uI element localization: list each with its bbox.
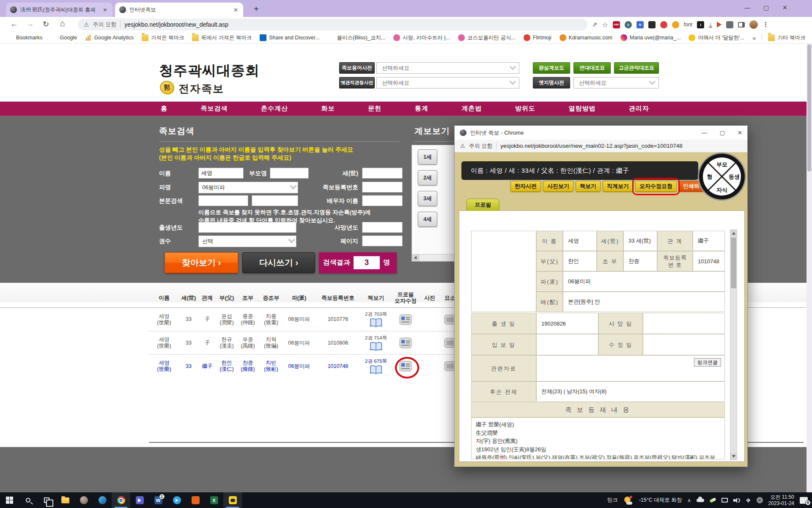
dropbox-icon[interactable]: ❖	[746, 497, 751, 504]
site-logo-title[interactable]: 전자족보	[178, 82, 224, 96]
profile-avatar[interactable]	[749, 20, 758, 29]
view-photo-button[interactable]: 사진보기	[543, 181, 573, 192]
pill-tray-icon[interactable]	[709, 497, 716, 503]
book-view-link[interactable]: 2권 703쪽	[361, 311, 391, 328]
scroll-left-icon[interactable]	[412, 254, 419, 261]
old-placename-dictionary-button[interactable]: 옛지명사전	[533, 77, 570, 88]
bookmarks-overflow-icon[interactable]: »	[752, 34, 756, 41]
popup-address-bar[interactable]: ⚠ 주의 요함 yesjokbo.net/jokboroot/user/new_…	[455, 140, 747, 152]
taskbar-search-button[interactable]	[19, 492, 37, 508]
telegram-button[interactable]	[167, 492, 186, 508]
s-extension-icon[interactable]: S	[625, 21, 632, 28]
bookmark-item[interactable]: Share and Discover...	[260, 34, 320, 41]
bookmark-item[interactable]: 야해서 더 '달달한'...	[689, 34, 744, 41]
nav-item[interactable]: 족보검색	[201, 105, 228, 113]
generation-button[interactable]: 1세	[418, 149, 437, 165]
file-explorer-button[interactable]	[56, 492, 74, 508]
jokbo-dictionary-button[interactable]: 족보용어사전	[339, 62, 375, 74]
popup-close-button[interactable]: ✕	[738, 130, 742, 136]
bookmark-item[interactable]: Google Analytics	[85, 34, 134, 41]
links-toolbar-label[interactable]: 링크	[607, 497, 618, 504]
popup-maximize-button[interactable]: ▢	[720, 130, 725, 136]
profile-edit-button[interactable]	[399, 337, 412, 348]
media-player-button[interactable]	[130, 492, 149, 508]
bookmark-item[interactable]: 블리스(Bliss)_코치...	[328, 34, 386, 41]
search-button[interactable]: 찾아보기 ›	[165, 252, 238, 273]
n-extension-icon[interactable]: N	[636, 21, 644, 28]
window-close-button[interactable]: ✕	[782, 4, 787, 11]
photos-button[interactable]	[186, 492, 205, 508]
side-panel-icon[interactable]	[738, 22, 745, 28]
url-text[interactable]: yesjokbo.net/jokboroot/new_default.asp	[124, 21, 228, 28]
red-extension-icon[interactable]	[660, 21, 667, 28]
nav-item[interactable]: 열람방법	[568, 105, 595, 113]
rank-comparison-button[interactable]: 고금관작대조표	[614, 62, 659, 74]
window-maximize-button[interactable]: ▢	[763, 4, 769, 11]
back-icon[interactable]: ←	[10, 19, 18, 28]
nav-item[interactable]: 통계	[415, 105, 428, 113]
book-icon[interactable]	[370, 318, 382, 328]
royal-genealogy-button[interactable]: 왕실계보도	[533, 62, 570, 74]
share-icon[interactable]: ⇗	[592, 21, 598, 28]
address-bar[interactable]: ⚠ 주의 요함 yesjokbo.net/jokboroot/new_defau…	[78, 19, 587, 30]
chrome-button[interactable]	[112, 492, 130, 508]
view-book-button[interactable]: 책보기	[576, 181, 601, 192]
era-comparison-button[interactable]: 연대대조표	[573, 62, 611, 74]
book-icon[interactable]	[370, 342, 382, 351]
font-extension-icon[interactable]: font	[684, 22, 692, 28]
volume-icon[interactable]	[733, 498, 740, 503]
bookmark-item[interactable]: Maria uve(@maria_...	[620, 34, 680, 41]
old-office-dictionary-select[interactable]: 선택하세요	[376, 77, 519, 88]
one-extension-icon[interactable]: 1	[697, 21, 704, 28]
display-tray-icon[interactable]	[721, 498, 728, 502]
old-placename-select[interactable]: 선택하세요	[573, 77, 659, 88]
camera-extension-icon[interactable]	[672, 21, 679, 28]
scroll-down-icon[interactable]	[730, 453, 737, 460]
dark-extension-icon[interactable]	[648, 21, 656, 28]
profile-card-icon[interactable]	[399, 361, 412, 372]
generation-button[interactable]: 3세	[418, 191, 437, 206]
new-tab-button[interactable]: +	[254, 4, 259, 14]
nav-item[interactable]: 계촌법	[461, 105, 482, 113]
table-row[interactable]: 세영(世榮) 33 子 한규(漢圭) 우종(禹鍾) 치혁(致爀) 06봉미파 1…	[149, 331, 461, 354]
page-input[interactable]	[362, 235, 403, 246]
scroll-up-icon[interactable]	[730, 230, 737, 237]
other-bookmarks-button[interactable]: 기타 북마크	[768, 34, 805, 41]
tab-home[interactable]: 淸州 郭氏(청주곽씨)대종회 홈페 ✕	[6, 3, 112, 17]
book-view-link[interactable]: 2권 714쪽	[361, 335, 391, 351]
bookmark-item[interactable]: Google	[51, 34, 77, 41]
direct-line-button[interactable]: 직계보기	[603, 181, 633, 192]
death-year-input[interactable]	[362, 222, 403, 233]
popup-scrollbar[interactable]	[730, 229, 737, 460]
branch-select[interactable]: 06봉미파	[198, 182, 298, 193]
volume-select[interactable]: 선택	[198, 235, 296, 247]
nav-item[interactable]: 화보	[321, 105, 335, 113]
table-row[interactable]: 세영(世榮) 33 繼子 한인(漢仁) 찬종(燦鍾) 치빈(致彬) 06봉미파 …	[149, 354, 461, 378]
scrollbar-thumb[interactable]	[807, 44, 811, 171]
family-compass-widget[interactable]: 부모 형 동생 자식	[697, 151, 747, 204]
profile-edit-button[interactable]	[399, 361, 412, 372]
window-minimize-button[interactable]: —	[744, 4, 750, 11]
generation-button[interactable]: 4세	[418, 212, 437, 227]
kakaotalk-button[interactable]	[223, 492, 242, 508]
browser-menu-icon[interactable]: ⋮	[763, 21, 769, 28]
reset-button[interactable]: 다시쓰기 ›	[242, 252, 315, 273]
bookmark-item[interactable]: Bookmarks	[7, 34, 43, 41]
old-office-dictionary-button[interactable]: 옛관직관청사전	[339, 77, 375, 88]
table-row[interactable]: 세영(世榮) 33 子 윤섭(潤燮) 중종(仲鍾) 치중(致重) 06봉미파 1…	[149, 308, 461, 331]
bookmark-star-icon[interactable]: ☆	[602, 21, 608, 29]
book-icon[interactable]	[370, 365, 382, 375]
home-icon[interactable]: ⌂	[60, 19, 65, 28]
profile-card-icon[interactable]	[399, 314, 412, 325]
reload-icon[interactable]: ↻	[43, 19, 49, 29]
tab-close-icon[interactable]: ✕	[233, 7, 239, 13]
profile-card-icon[interactable]	[399, 337, 412, 348]
profile-popup-window[interactable]: 인터넷 족보 - Chrome — ▢ ✕ ⚠ 주의 요함 yesjokbo.n…	[454, 125, 748, 467]
close-tray-icon[interactable]: ✕	[757, 497, 763, 503]
puzzle-extensions-icon[interactable]	[726, 21, 733, 28]
profile-edit-button[interactable]	[399, 314, 412, 325]
nav-item[interactable]: 홈	[161, 105, 167, 113]
security-label[interactable]: 주의 요함	[93, 21, 117, 28]
task-view-button[interactable]	[37, 492, 56, 508]
downloads-icon[interactable]: ↓	[709, 22, 712, 28]
